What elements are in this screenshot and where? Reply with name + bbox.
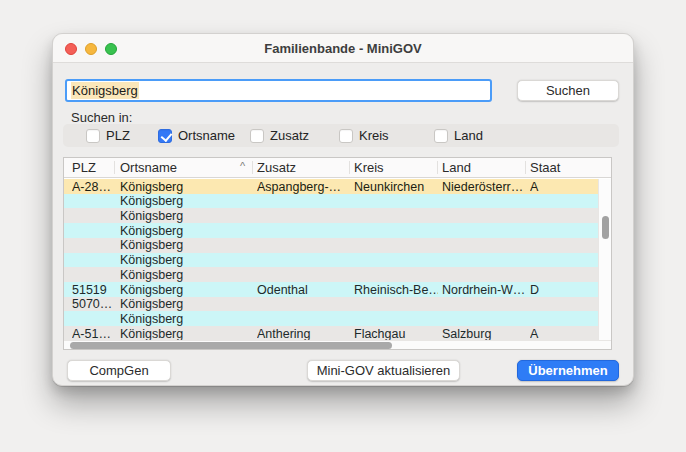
search-scope-bar: PLZ Ortsname Zusatz Kreis Land xyxy=(63,124,619,147)
column-header-staat[interactable]: Staat xyxy=(530,160,560,175)
cell-zusatz: Anthering xyxy=(257,327,349,341)
cell-kreis: Flachgau xyxy=(354,327,438,341)
horizontal-scrollbar-thumb[interactable] xyxy=(70,342,392,349)
checkbox-ortsname-label: Ortsname xyxy=(178,128,235,143)
checkbox-land-label: Land xyxy=(454,128,483,143)
checkbox-zusatz-label: Zusatz xyxy=(270,128,309,143)
minigov-dialog: Familienbande - MiniGOV Königsberg Suche… xyxy=(52,33,634,386)
checkbox-plz-box[interactable] xyxy=(86,129,100,143)
cell-kreis: Rheinisch-Be… xyxy=(354,283,438,297)
checkbox-ortsname[interactable]: Ortsname xyxy=(158,128,235,143)
minigov-update-button[interactable]: Mini-GOV aktualisieren xyxy=(307,360,460,381)
cell-ortsname: Königsberg xyxy=(120,327,242,341)
table-body: A-28…KönigsbergAspangberg-…NeunkirchenNi… xyxy=(64,179,599,342)
column-divider[interactable] xyxy=(252,161,253,174)
horizontal-scrollbar[interactable] xyxy=(64,340,611,349)
checkbox-plz[interactable]: PLZ xyxy=(86,128,130,143)
sort-ascending-icon: ^ xyxy=(240,160,245,172)
cell-zusatz: Odenthal xyxy=(257,283,349,297)
cell-ortsname: Königsberg xyxy=(120,194,242,208)
column-divider[interactable] xyxy=(525,161,526,174)
checkbox-zusatz-box[interactable] xyxy=(250,129,264,143)
cell-ortsname: Königsberg xyxy=(120,297,242,311)
search-button[interactable]: Suchen xyxy=(517,80,619,101)
cell-plz: A-28… xyxy=(72,180,118,194)
apply-button[interactable]: Übernehmen xyxy=(517,360,619,381)
cell-ortsname: Königsberg xyxy=(120,180,242,194)
cell-ortsname: Königsberg xyxy=(120,312,242,326)
table-row[interactable]: Königsberg xyxy=(64,223,599,238)
cell-land: Nordrhein-W… xyxy=(442,283,526,297)
cell-staat: A xyxy=(530,327,590,341)
vertical-scrollbar-thumb[interactable] xyxy=(602,216,609,239)
vertical-scrollbar[interactable] xyxy=(598,179,611,342)
cell-land: Salzburg xyxy=(442,327,526,341)
title-bar[interactable]: Familienbande - MiniGOV xyxy=(53,34,633,63)
table-header: PLZ Ortsname ^ Zusatz Kreis Land Staat xyxy=(64,158,611,178)
column-header-kreis[interactable]: Kreis xyxy=(354,160,384,175)
cell-ortsname: Königsberg xyxy=(120,224,242,238)
column-divider[interactable] xyxy=(114,161,115,174)
checkbox-kreis-label: Kreis xyxy=(359,128,389,143)
table-row[interactable]: Königsberg xyxy=(64,208,599,223)
search-input[interactable]: Königsberg xyxy=(65,79,492,102)
table-row[interactable]: 51519KönigsbergOdenthalRheinisch-Be…Nord… xyxy=(64,282,599,297)
cell-ortsname: Königsberg xyxy=(120,253,242,267)
cell-ortsname: Königsberg xyxy=(120,209,242,223)
table-row[interactable]: Königsberg xyxy=(64,194,599,209)
cell-ortsname: Königsberg xyxy=(120,268,242,282)
cell-land: Niederösterr… xyxy=(442,180,526,194)
cell-plz: A-51… xyxy=(72,327,118,341)
window-title: Familienbande - MiniGOV xyxy=(53,34,633,63)
column-header-ortsname[interactable]: Ortsname xyxy=(120,160,177,175)
checkbox-kreis-box[interactable] xyxy=(339,129,353,143)
checkbox-kreis[interactable]: Kreis xyxy=(339,128,389,143)
table-row[interactable]: Königsberg xyxy=(64,311,599,326)
column-header-land[interactable]: Land xyxy=(442,160,471,175)
table-row[interactable]: A-51…KönigsbergAntheringFlachgauSalzburg… xyxy=(64,326,599,341)
search-in-label: Suchen in: xyxy=(71,110,132,125)
table-row[interactable]: Königsberg xyxy=(64,267,599,282)
cell-staat: A xyxy=(530,180,590,194)
table-row[interactable]: 5070…Königsberg xyxy=(64,297,599,312)
checkbox-land[interactable]: Land xyxy=(434,128,483,143)
checkbox-zusatz[interactable]: Zusatz xyxy=(250,128,309,143)
column-header-plz[interactable]: PLZ xyxy=(72,160,96,175)
column-divider[interactable] xyxy=(437,161,438,174)
results-table: PLZ Ortsname ^ Zusatz Kreis Land Staat A… xyxy=(63,157,612,350)
cell-ortsname: Königsberg xyxy=(120,283,242,297)
table-row[interactable]: Königsberg xyxy=(64,238,599,253)
cell-kreis: Neunkirchen xyxy=(354,180,438,194)
column-header-zusatz[interactable]: Zusatz xyxy=(257,160,296,175)
checkbox-plz-label: PLZ xyxy=(106,128,130,143)
column-divider[interactable] xyxy=(349,161,350,174)
checkbox-land-box[interactable] xyxy=(434,129,448,143)
cell-zusatz: Aspangberg-… xyxy=(257,180,349,194)
compgen-button[interactable]: CompGen xyxy=(67,360,171,381)
cell-staat: D xyxy=(530,283,590,297)
table-row[interactable]: A-28…KönigsbergAspangberg-…NeunkirchenNi… xyxy=(64,179,599,194)
table-row[interactable]: Königsberg xyxy=(64,253,599,268)
search-input-value: Königsberg xyxy=(71,82,139,99)
cell-ortsname: Königsberg xyxy=(120,238,242,252)
cell-plz: 5070… xyxy=(72,297,118,311)
checkbox-ortsname-box[interactable] xyxy=(158,129,172,143)
cell-plz: 51519 xyxy=(72,283,118,297)
